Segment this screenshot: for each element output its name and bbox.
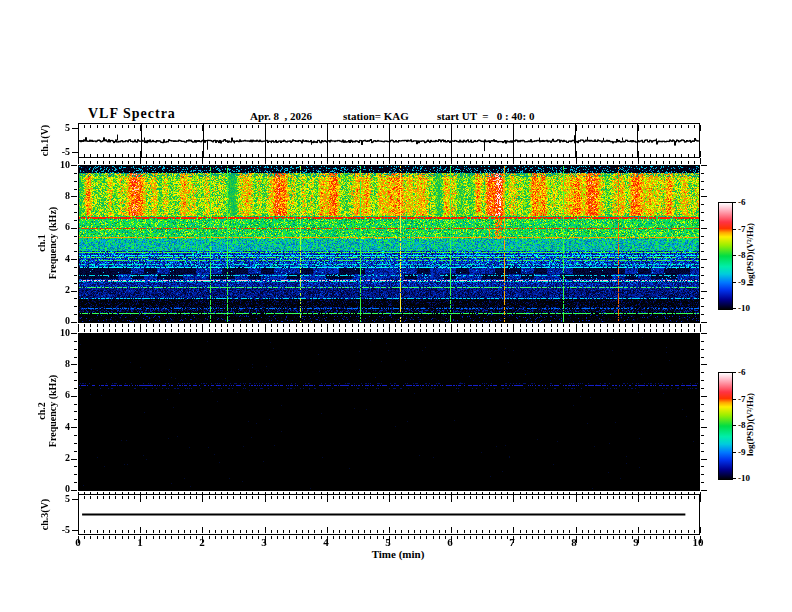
colorbar-tick-label: -7 [738,224,746,234]
ch2-spectrogram-panel [78,333,700,491]
colorbar-tick [732,229,736,230]
colorbar-tick-label: -9 [738,447,746,457]
colorbar-tick-label: -10 [738,303,750,313]
colorbar-tick [732,452,736,453]
colorbar-tick [732,425,736,426]
y-tick-label: 8 [50,190,70,201]
colorbar-tick [732,308,736,309]
y-ticks-major [701,165,707,323]
spec2-axis-title-ch: ch.2 [36,349,47,473]
x-axis-title: Time (min) [353,548,443,560]
y-tick-label: 10 [50,159,70,170]
vlf-spectra-figure: VLF Spectra Apr. 8 , 2026 station= KAG s… [0,0,792,612]
y-tick-label: 0 [50,483,70,494]
y-tick [72,530,78,531]
colorbar-ch2 [718,372,733,480]
x-tick-label: 9 [626,536,646,548]
colorbar-tick [732,255,736,256]
header-station: station= KAG [343,110,409,122]
x-tick-label: 3 [254,536,274,548]
colorbar-ch1 [718,202,733,310]
y-tick-label: 5 [50,493,70,504]
x-tick-label: 1 [130,536,150,548]
colorbar-tick-label: -8 [738,250,746,260]
y-tick [72,499,78,500]
y-tick-label: 10 [50,327,70,338]
x-tick-label: 7 [502,536,522,548]
colorbar-tick [732,399,736,400]
colorbar-tick-label: -6 [738,367,746,377]
y-tick-label: 6 [50,221,70,232]
x-ticks-major [78,326,701,332]
colorbar-tick [732,478,736,479]
x-tick-label: 0 [68,536,88,548]
header-date: Apr. 8 , 2026 [250,110,312,122]
y-tick-label: -5 [50,524,70,535]
ch1v-axis-title: ch.1(V) [39,111,50,171]
y-tick [72,128,78,129]
y-tick-label: 8 [50,358,70,369]
x-tick-label: 4 [316,536,336,548]
x-tick-label: 2 [192,536,212,548]
y-tick-label: 6 [50,389,70,400]
colorbar-tick-label: -6 [738,197,746,207]
colorbar-tick-label: -9 [738,277,746,287]
x-ticks-major [78,151,701,157]
y-tick-label: 4 [50,421,70,432]
x-tick-label: 10 [688,536,708,548]
y-tick-label: 0 [50,315,70,326]
colorbar-tick-label: -7 [738,394,746,404]
x-ticks-major [78,158,701,164]
header-start-ut: start UT = 0 : 40: 0 [437,110,534,122]
y-ticks-major [71,165,77,323]
ch2-spectrogram-canvas [79,334,699,490]
x-tick-label: 6 [440,536,460,548]
colorbar-tick [732,282,736,283]
y-tick-label: 2 [50,452,70,463]
ch1-spectrogram-canvas [79,166,699,322]
x-tick-label: 5 [378,536,398,548]
page-title: VLF Spectra [88,106,176,122]
spec1-axis-title-ch: ch.1 [36,181,47,305]
colorbar-tick [732,202,736,203]
y-tick [72,152,78,153]
y-ticks-major [71,333,77,491]
x-tick-label: 8 [564,536,584,548]
y-tick-label: 4 [50,253,70,264]
ch1-spectrogram-panel [78,165,700,323]
colorbar-tick-label: -8 [738,420,746,430]
x-ticks-major [78,125,701,131]
x-ticks-major [78,527,701,533]
y-tick-label: -5 [50,146,70,157]
colorbar-tick [732,372,736,373]
y-ticks-major [701,333,707,491]
y-tick-label: 2 [50,284,70,295]
colorbar1-title: log(PSD)(V²/Hz) [745,199,756,311]
x-ticks-major [78,496,701,502]
colorbar-tick-label: -10 [738,473,750,483]
colorbar2-title: log(PSD)(V²/Hz) [745,369,756,481]
ch3v-axis-title: ch.3(V) [39,485,50,545]
y-tick-label: 5 [50,122,70,133]
